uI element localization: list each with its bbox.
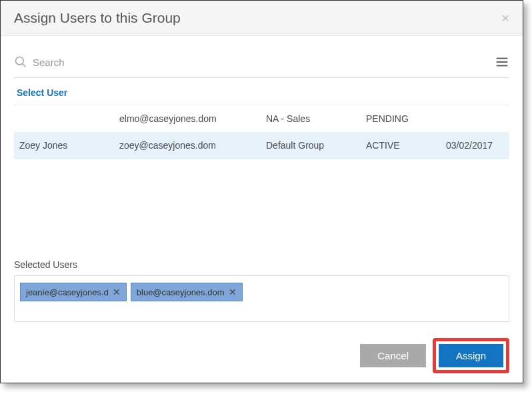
- modal-title: Assign Users to this Group: [14, 10, 181, 26]
- cancel-button[interactable]: Cancel: [360, 344, 426, 367]
- selected-users-section: Selected Users jeanie@caseyjones.d ✕ blu…: [14, 259, 509, 329]
- assign-button[interactable]: Assign: [439, 344, 503, 367]
- user-date-cell: 03/02/2017: [441, 132, 509, 159]
- search-input[interactable]: Search: [14, 55, 65, 69]
- user-name-cell: [14, 105, 114, 133]
- hamburger-menu-icon[interactable]: [495, 55, 509, 69]
- modal-body: Search Select User elmo@caseyjones.dom N…: [1, 36, 523, 329]
- user-chip: blue@caseyjones.dom ✕: [131, 283, 243, 301]
- modal-header: Assign Users to this Group ×: [1, 1, 523, 36]
- chip-label: jeanie@caseyjones.d: [26, 287, 109, 297]
- modal-footer: Cancel Assign: [1, 329, 523, 383]
- svg-line-1: [23, 64, 26, 67]
- svg-point-0: [16, 57, 24, 65]
- selected-users-box[interactable]: jeanie@caseyjones.d ✕ blue@caseyjones.do…: [14, 275, 509, 322]
- user-table: elmo@caseyjones.dom NA - Sales PENDING Z…: [14, 105, 509, 159]
- user-group-cell: NA - Sales: [261, 105, 361, 133]
- table-row[interactable]: Zoey Jones zoey@caseyjones.dom Default G…: [14, 132, 509, 159]
- chip-label: blue@caseyjones.dom: [137, 287, 225, 297]
- assign-users-modal: Assign Users to this Group × Search Sele…: [0, 0, 523, 383]
- user-date-cell: [441, 105, 509, 133]
- search-placeholder: Search: [33, 57, 65, 68]
- user-chip: jeanie@caseyjones.d ✕: [20, 283, 127, 301]
- search-icon: [14, 55, 27, 69]
- selected-users-label: Selected Users: [14, 259, 509, 270]
- user-email-cell: elmo@caseyjones.dom: [114, 105, 261, 133]
- assign-button-highlight: Assign: [433, 338, 509, 373]
- user-status-cell: ACTIVE: [361, 132, 441, 159]
- remove-chip-icon[interactable]: ✕: [113, 287, 121, 297]
- search-row: Search: [14, 49, 509, 78]
- user-status-cell: PENDING: [361, 105, 441, 133]
- user-group-cell: Default Group: [261, 132, 361, 159]
- table-row[interactable]: elmo@caseyjones.dom NA - Sales PENDING: [14, 105, 509, 133]
- close-icon[interactable]: ×: [501, 11, 509, 26]
- user-email-cell: zoey@caseyjones.dom: [114, 132, 261, 159]
- select-user-heading: Select User: [14, 78, 509, 105]
- remove-chip-icon[interactable]: ✕: [229, 287, 237, 297]
- user-name-cell: Zoey Jones: [14, 132, 114, 159]
